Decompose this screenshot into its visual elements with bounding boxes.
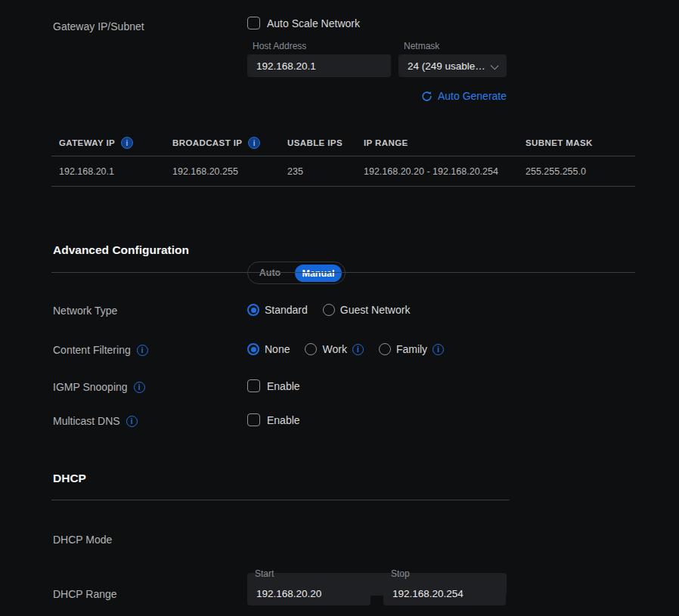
auto-generate-button[interactable]: Auto Generate: [421, 90, 507, 102]
guest-network-label: Guest Network: [340, 304, 411, 316]
cell-ip-range: 192.168.20.20 - 192.168.20.254: [364, 166, 526, 177]
content-filtering-family-option[interactable]: Family: [379, 343, 444, 355]
col-broadcast-ip: BROADCAST IP: [172, 137, 287, 149]
host-address-label: Host Address: [253, 41, 306, 51]
col-broadcast-ip-label: BROADCAST IP: [172, 138, 242, 147]
network-type-options: Standard Guest Network: [247, 304, 410, 316]
content-filtering-row-label: Content Filtering: [53, 344, 148, 356]
work-radio[interactable]: [305, 343, 317, 355]
dhcp-section-divider: [51, 500, 510, 500]
content-filtering-work-option[interactable]: Work: [305, 343, 363, 355]
cell-gateway-ip: 192.168.20.1: [59, 166, 172, 177]
multicast-dns-enable-label: Enable: [267, 414, 300, 426]
toggle-auto-option[interactable]: Auto: [248, 268, 292, 278]
multicast-dns-label: Multicast DNS: [53, 415, 120, 427]
subnet-table-header: GATEWAY IP BROADCAST IP USABLE IPS IP RA…: [51, 130, 635, 156]
auto-scale-network-label: Auto Scale Network: [267, 17, 360, 29]
col-ip-range: IP RANGE: [364, 138, 526, 147]
netmask-select[interactable]: 24 (249 usable…: [398, 54, 507, 77]
multicast-dns-checkbox[interactable]: [247, 413, 260, 426]
gateway-ip-info-icon[interactable]: [121, 137, 133, 149]
broadcast-ip-info-icon[interactable]: [248, 137, 260, 149]
dhcp-mode-label: DHCP Mode: [53, 534, 112, 546]
col-gateway-ip-label: GATEWAY IP: [59, 138, 115, 147]
content-filtering-none-option[interactable]: None: [247, 343, 290, 355]
multicast-dns-enable-option[interactable]: Enable: [247, 413, 300, 426]
cell-subnet-mask: 255.255.255.0: [526, 166, 635, 177]
table-row: 192.168.20.1 192.168.20.255 235 192.168.…: [51, 156, 635, 186]
dhcp-range-start-input[interactable]: [247, 581, 371, 605]
igmp-snooping-enable-option[interactable]: Enable: [247, 379, 300, 392]
toggle-manual-option[interactable]: Manual: [295, 265, 342, 282]
igmp-snooping-row-label: IGMP Snooping: [53, 381, 145, 393]
col-usable-ips: USABLE IPS: [287, 138, 364, 147]
multicast-dns-row-label: Multicast DNS: [53, 415, 138, 427]
col-subnet-mask: SUBNET MASK: [526, 138, 635, 147]
auto-manual-toggle[interactable]: Auto Manual: [247, 262, 346, 284]
dhcp-title: DHCP: [53, 472, 86, 485]
col-gateway-ip: GATEWAY IP: [59, 137, 172, 149]
igmp-snooping-info-icon[interactable]: [134, 382, 145, 393]
content-filtering-label: Content Filtering: [53, 344, 131, 356]
content-filtering-options: None Work Family: [247, 343, 444, 355]
refresh-icon: [421, 91, 433, 102]
gateway-ip-subnet-label: Gateway IP/Subnet: [53, 20, 144, 33]
cell-usable-ips: 235: [287, 166, 364, 177]
chevron-down-icon: [491, 62, 499, 70]
advanced-section-divider: [51, 272, 635, 273]
standard-label: Standard: [265, 304, 308, 316]
content-filtering-info-icon[interactable]: [137, 345, 148, 356]
netmask-label: Netmask: [404, 41, 439, 51]
dhcp-range-stop-input[interactable]: [383, 581, 506, 605]
family-radio[interactable]: [379, 343, 391, 355]
cell-broadcast-ip: 192.168.20.255: [172, 166, 287, 177]
guest-network-radio[interactable]: [323, 304, 335, 316]
subnet-table: GATEWAY IP BROADCAST IP USABLE IPS IP RA…: [51, 130, 635, 187]
auto-scale-network-checkbox[interactable]: [247, 17, 260, 29]
none-label: None: [265, 343, 290, 355]
auto-generate-label: Auto Generate: [438, 90, 507, 102]
multicast-dns-info-icon[interactable]: [126, 416, 138, 427]
igmp-snooping-checkbox[interactable]: [247, 379, 260, 392]
igmp-snooping-label: IGMP Snooping: [53, 381, 128, 393]
igmp-snooping-enable-label: Enable: [267, 380, 300, 392]
host-address-input[interactable]: [247, 54, 391, 77]
none-radio[interactable]: [247, 343, 259, 355]
advanced-configuration-title: Advanced Configuration: [53, 243, 189, 257]
table-bottom-divider: [51, 186, 635, 187]
auto-scale-network-option[interactable]: Auto Scale Network: [247, 17, 360, 29]
work-label: Work: [322, 343, 346, 355]
work-info-icon[interactable]: [352, 344, 364, 355]
family-info-icon[interactable]: [433, 344, 444, 355]
dhcp-range-label: DHCP Range: [53, 588, 117, 600]
dhcp-range-stop-label: Stop: [391, 568, 410, 579]
netmask-value: 24 (249 usable…: [408, 60, 485, 72]
network-type-guest-option[interactable]: Guest Network: [323, 304, 411, 316]
network-type-standard-option[interactable]: Standard: [247, 304, 308, 316]
network-type-label: Network Type: [53, 305, 117, 317]
network-settings-panel: Gateway IP/Subnet Auto Scale Network Hos…: [0, 0, 679, 616]
dhcp-range-start-label: Start: [255, 568, 274, 579]
standard-radio[interactable]: [247, 304, 259, 316]
family-label: Family: [396, 343, 427, 355]
